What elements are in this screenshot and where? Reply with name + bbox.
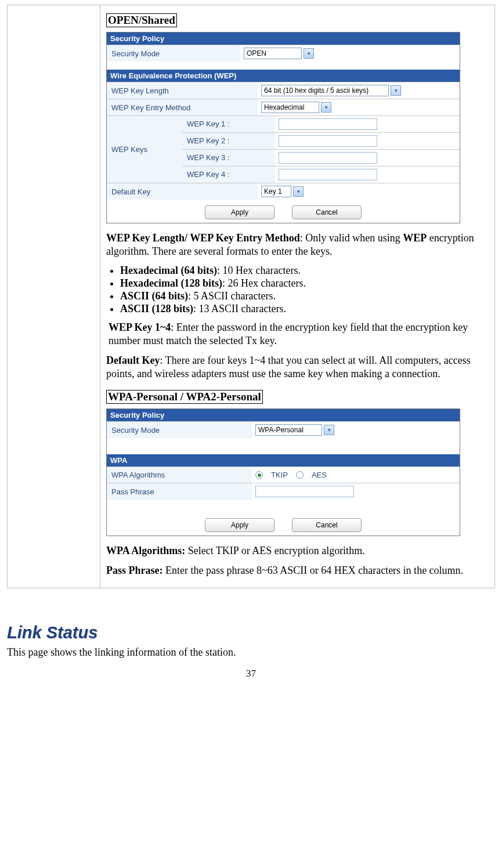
wep-header: Wire Equivalence Protection (WEP) bbox=[107, 70, 460, 82]
page-number: 37 bbox=[7, 668, 495, 679]
wep-key-1-label: WEP Key 1 : bbox=[182, 116, 275, 132]
pass-phrase-desc: Pass Phrase: Enter the pass phrase 8~63 … bbox=[106, 564, 489, 577]
chevron-down-icon[interactable]: ▾ bbox=[321, 102, 331, 113]
security-mode-select[interactable]: OPEN bbox=[244, 48, 302, 59]
wep-key-4-input[interactable] bbox=[279, 169, 377, 180]
wep-key-length-select[interactable]: 64 bit (10 hex digits / 5 ascii keys) bbox=[261, 85, 389, 96]
security-policy-header-2: Security Policy bbox=[107, 409, 460, 421]
aes-label: AES bbox=[312, 471, 327, 479]
wpa-header: WPA bbox=[107, 454, 460, 466]
pass-phrase-label: Pass Phrase bbox=[107, 483, 252, 500]
content-layout-table: OPEN/Shared Security Policy Security Mod… bbox=[7, 5, 495, 588]
wep-key-3-label: WEP Key 3 : bbox=[182, 150, 275, 166]
security-mode-select-2[interactable]: WPA-Personal bbox=[255, 424, 322, 436]
wpa-personal-panel: Security Policy Security Mode WPA-Person… bbox=[106, 408, 460, 536]
chevron-down-icon[interactable]: ▾ bbox=[391, 85, 401, 96]
aes-radio[interactable] bbox=[296, 471, 304, 479]
wep-key-2-label: WEP Key 2 : bbox=[182, 133, 275, 149]
wpa-algorithms-label: WPA Algorithms bbox=[107, 467, 252, 483]
wep-key-4-label: WEP Key 4 : bbox=[182, 167, 275, 183]
default-key-select[interactable]: Key 1 bbox=[261, 186, 291, 197]
wep-key-length-label: WEP Key Length bbox=[107, 82, 258, 99]
wep-key-2-input[interactable] bbox=[279, 135, 377, 147]
apply-button[interactable]: Apply bbox=[205, 205, 275, 219]
tkip-radio[interactable] bbox=[255, 471, 263, 479]
wep-key-3-input[interactable] bbox=[279, 152, 377, 164]
open-shared-heading: OPEN/Shared bbox=[106, 13, 177, 27]
wpa-personal-heading: WPA-Personal / WPA2-Personal bbox=[106, 390, 263, 404]
apply-button-2[interactable]: Apply bbox=[205, 518, 275, 532]
cancel-button-2[interactable]: Cancel bbox=[292, 518, 362, 532]
chevron-down-icon[interactable]: ▾ bbox=[293, 186, 304, 197]
pass-phrase-input[interactable] bbox=[255, 486, 354, 497]
tkip-label: TKIP bbox=[271, 471, 288, 479]
wep-key-entry-method-label: WEP Key Entry Method bbox=[107, 99, 258, 115]
link-status-heading: Link Status bbox=[7, 623, 495, 642]
default-key-desc: Default Key: There are four keys 1~4 tha… bbox=[106, 354, 489, 381]
wpa-alg-desc: WPA Algorithms: Select TKIP or AES encry… bbox=[106, 544, 489, 558]
wep-key-entry-method-select[interactable]: Hexadecimal bbox=[261, 102, 319, 113]
chevron-down-icon[interactable]: ▾ bbox=[324, 425, 334, 435]
default-key-label: Default Key bbox=[107, 183, 258, 200]
side-column bbox=[8, 5, 100, 588]
security-policy-header: Security Policy bbox=[107, 32, 460, 45]
wep-keys-label: WEP Keys bbox=[107, 116, 182, 183]
link-status-text: This page shows the linking information … bbox=[7, 646, 495, 659]
chevron-down-icon[interactable]: ▾ bbox=[304, 48, 314, 59]
security-mode-label-2: Security Mode bbox=[107, 422, 252, 438]
security-mode-label: Security Mode bbox=[107, 45, 240, 62]
open-shared-panel: Security Policy Security Mode OPEN▾ Wire… bbox=[106, 32, 460, 223]
main-column: OPEN/Shared Security Policy Security Mod… bbox=[100, 5, 495, 588]
wep-key-desc: WEP Key 1~4: Enter the password in the e… bbox=[109, 321, 489, 348]
wep-desc-intro: WEP Key Length/ WEP Key Entry Method: On… bbox=[106, 232, 489, 259]
wep-format-list: Hexadecimal (64 bits): 10 Hex characters… bbox=[110, 265, 489, 315]
wep-key-1-input[interactable] bbox=[279, 118, 377, 130]
cancel-button[interactable]: Cancel bbox=[292, 205, 362, 219]
